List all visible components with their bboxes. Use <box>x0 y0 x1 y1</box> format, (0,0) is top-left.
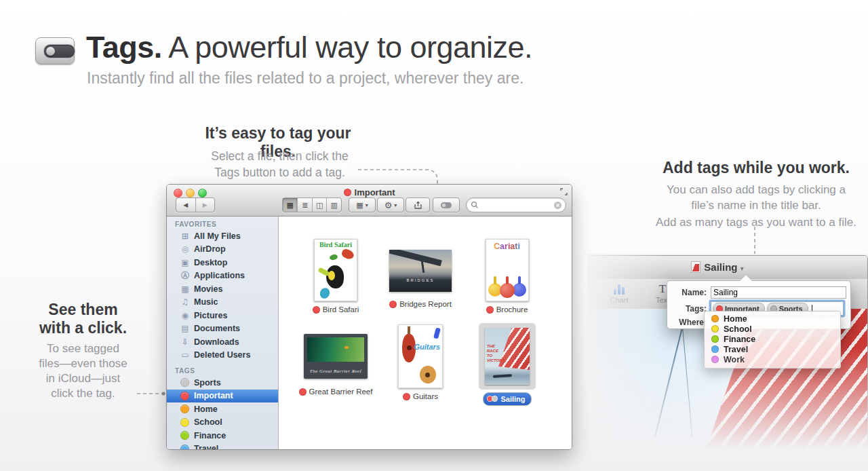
search-input[interactable] <box>481 200 553 210</box>
sidebar-item-desktop[interactable]: ▣Desktop <box>167 256 278 269</box>
file-bridges-report[interactable]: BRIDGES Bridges Report <box>380 250 461 308</box>
folder-icon: ▭ <box>180 350 190 360</box>
forward-button[interactable]: ▶ <box>195 198 215 212</box>
important-tag-dot <box>180 392 189 400</box>
sidebar-tag-travel[interactable]: Travel <box>167 442 278 450</box>
left-fade-overlay <box>587 254 669 461</box>
all-my-files-icon: ⊞ <box>180 231 190 241</box>
dropdown-item-school[interactable]: School <box>705 324 840 334</box>
page-title-rest: A powerful way to organize. <box>162 30 532 64</box>
popover-arrow <box>740 275 752 281</box>
fullscreen-icon[interactable] <box>560 188 568 195</box>
sidebar-tag-home[interactable]: Home <box>167 402 278 416</box>
sports-tag-dot <box>180 378 189 387</box>
file-thumbnail-bridges-report: BRIDGES <box>389 250 452 292</box>
file-guitars[interactable]: Guitars Guitars <box>380 324 461 400</box>
sidebar-item-documents[interactable]: ▤Documents <box>167 322 278 336</box>
list-view-button[interactable]: ≣ <box>297 198 312 212</box>
title-caret-icon: ▾ <box>741 265 744 272</box>
dropdown-item-work[interactable]: Work <box>705 354 840 364</box>
share-icon <box>414 201 422 210</box>
favorites-header: FAVORITES <box>175 221 278 228</box>
movies-icon: ▦ <box>180 284 190 294</box>
search-icon <box>471 201 479 209</box>
desktop-icon: ▣ <box>180 258 190 267</box>
view-switcher[interactable]: ▦ ≣ ◫ ▥ <box>282 197 342 212</box>
file-tag-dot <box>299 388 307 396</box>
travel-tag-dot <box>180 445 189 449</box>
file-tag-dot <box>492 396 498 402</box>
downloads-icon: ⇩ <box>180 337 190 347</box>
sidebar-item-movies[interactable]: ▦Movies <box>167 282 278 296</box>
file-thumbnail-great-barrier-reef: The Great Barrier Reef <box>304 334 368 379</box>
back-button[interactable]: ◀ <box>176 198 195 212</box>
action-gear-button[interactable]: ⚙▾ <box>377 197 404 212</box>
important-tag-dot <box>344 189 351 196</box>
search-field[interactable] <box>466 197 566 212</box>
selected-file-label: Sailing <box>483 392 531 406</box>
sidebar-tag-school[interactable]: School <box>167 416 278 430</box>
dropdown-item-home[interactable]: Home <box>705 314 840 324</box>
name-input[interactable] <box>711 286 846 299</box>
sidebar-tag-sports[interactable]: Sports <box>167 376 278 390</box>
callout-tag-files-body: Select a file, then click the Tags butto… <box>197 148 363 181</box>
sidebar-item-downloads[interactable]: ⇩Downloads <box>167 335 278 349</box>
share-button[interactable] <box>406 197 430 212</box>
home-tag-dot <box>180 404 189 413</box>
page-title: Tags. A powerful way to organize. <box>86 30 532 65</box>
sidebar-item-deleted-users[interactable]: ▭Deleted Users <box>167 349 278 362</box>
tags-hero-icon <box>35 37 75 64</box>
file-tag-dot <box>403 393 410 400</box>
dropdown-item-travel[interactable]: Travel <box>705 344 840 354</box>
sidebar-tag-important-selected[interactable]: Important <box>167 390 278 403</box>
sidebar-item-all-my-files[interactable]: ⊞All My Files <box>167 229 278 243</box>
back-forward-control[interactable]: ◀ ▶ <box>176 197 215 212</box>
tag-suggestions-dropdown: Home School Finance Travel Work <box>704 311 841 369</box>
coverflow-view-button[interactable]: ▥ <box>326 198 341 212</box>
callout-add-tags-heading: Add tags while you work. <box>651 159 861 177</box>
page-subtitle: Instantly find all the files related to … <box>87 69 524 88</box>
sidebar-item-music[interactable]: ♫Music <box>167 296 278 309</box>
tags-header: TAGS <box>175 367 278 375</box>
file-great-barrier-reef[interactable]: The Great Barrier Reef Great Barrier Ree… <box>295 334 376 396</box>
finance-tag-dot <box>180 431 189 440</box>
icon-view-button[interactable]: ▦ <box>283 198 297 212</box>
music-icon: ♫ <box>180 297 190 307</box>
where-label: Where: <box>671 318 707 327</box>
sidebar-tag-finance[interactable]: Finance <box>167 429 278 442</box>
connector-to-important-tag <box>137 388 168 399</box>
file-brochure[interactable]: Cariati Brochure <box>468 239 546 314</box>
sidebar-item-pictures[interactable]: ◉Pictures <box>167 309 278 322</box>
finder-sidebar: FAVORITES ⊞All My Files ◎AirDrop ▣Deskto… <box>167 216 279 449</box>
file-bird-safari[interactable]: Bird Safari Bird Safari <box>298 239 373 314</box>
callout-see-click-body: To see tagged files—even those in iCloud… <box>20 341 146 401</box>
finder-window: Important ◀ ▶ ▦ ≣ ◫ ▥ ▦▾ ⚙▾ <box>166 184 572 450</box>
clear-search-icon[interactable] <box>553 201 562 210</box>
tags-icon <box>441 202 452 208</box>
file-sailing-selected[interactable]: THE RACE TO VICTORY Sailing <box>469 323 545 406</box>
airdrop-icon: ◎ <box>180 244 190 254</box>
file-thumbnail-bird-safari: Bird Safari <box>314 239 357 301</box>
file-tag-dot <box>486 306 494 314</box>
school-tag-dot <box>180 418 189 427</box>
callout-add-tags-body1: You can also add tags by clicking a file… <box>654 182 858 213</box>
tags-button[interactable] <box>433 197 460 212</box>
file-thumbnail-guitars: Guitars <box>398 324 443 388</box>
arrange-button[interactable]: ▦▾ <box>349 197 376 212</box>
page-title-strong: Tags. <box>86 30 162 64</box>
column-view-button[interactable]: ◫ <box>312 198 327 212</box>
callout-see-click-heading: See them with a click. <box>27 301 139 337</box>
file-tag-dot <box>389 301 397 308</box>
sidebar-item-airdrop[interactable]: ◎AirDrop <box>167 243 278 257</box>
pictures-icon: ◉ <box>180 311 190 320</box>
document-icon <box>691 261 701 273</box>
window-title: Important <box>167 187 572 197</box>
name-label: Name: <box>671 288 707 297</box>
finder-titlebar: Important ◀ ▶ ▦ ≣ ◫ ▥ ▦▾ ⚙▾ <box>167 185 572 216</box>
sidebar-item-applications[interactable]: ⒶApplications <box>167 269 278 283</box>
dropdown-item-finance[interactable]: Finance <box>705 334 840 344</box>
file-thumbnail-brochure: Cariati <box>486 239 529 301</box>
document-window-mock: Sailing ▾ Chart T Text Shape <box>587 254 868 461</box>
file-tag-dot <box>313 306 320 314</box>
file-thumbnail-sailing: THE RACE TO VICTORY <box>485 328 530 385</box>
